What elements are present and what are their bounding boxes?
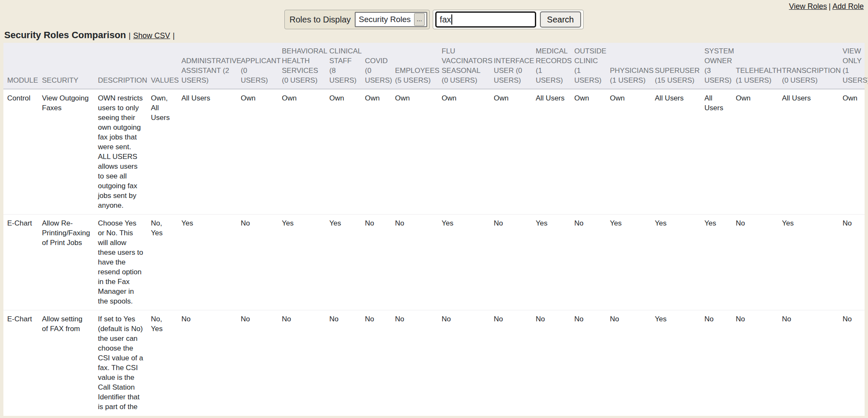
table-row: Control View Outgoing Faxes OWN restrict…	[3, 89, 865, 215]
cell-role-value: No	[278, 310, 326, 416]
table-row: E-Chart Allow Re-Printing/Faxing of Prin…	[3, 215, 865, 310]
table-header-row: MODULE SECURITY DESCRIPTION VALUES ADMIN…	[3, 43, 865, 89]
table-row: E-Chart Allow setting of FAX from If set…	[3, 310, 865, 416]
cell-role-value: Own	[606, 89, 651, 215]
cell-role-value: No	[361, 215, 391, 310]
col-header-flu-vaccinators-seasonal: FLU VACCINATORS SEASONAL (0 USERS)	[438, 43, 490, 89]
search-group: fax Search	[433, 10, 584, 29]
cell-role-value: No	[570, 215, 606, 310]
col-header-telehealth: TELEHEALTH (1 USERS)	[732, 43, 778, 89]
cell-role-value: Own	[490, 89, 532, 215]
cell-security: View Outgoing Faxes	[38, 89, 94, 215]
cell-role-value: No	[438, 310, 490, 416]
cell-role-value: Own	[361, 89, 391, 215]
cell-role-value: No	[839, 215, 865, 310]
cell-role-value: Yes	[651, 310, 701, 416]
roles-comparison-table-container: MODULE SECURITY DESCRIPTION VALUES ADMIN…	[3, 43, 865, 416]
cell-role-value: No	[237, 310, 278, 416]
cell-values: No, Yes	[147, 215, 178, 310]
cell-role-value: No	[490, 310, 532, 416]
col-header-superuser: SUPERUSER (15 USERS)	[651, 43, 701, 89]
cell-role-value: Own	[326, 89, 361, 215]
cell-role-value: Own	[570, 89, 606, 215]
col-header-covid: COVID (0 USERS)	[361, 43, 391, 89]
roles-picker-button[interactable]: ...	[414, 13, 425, 26]
col-header-behavioral-health-services: BEHAVIORAL HEALTH SERVICES (0 USERS)	[278, 43, 326, 89]
col-header-clinical-staff: CLINICAL STAFF (8 USERS)	[326, 43, 361, 89]
cell-role-value: Own	[237, 89, 278, 215]
link-separator: |	[829, 2, 831, 11]
cell-role-value: All Users	[651, 89, 701, 215]
cell-role-value: No	[391, 310, 438, 416]
page-title-row: Security Roles Comparison | Show CSV |	[4, 30, 868, 41]
col-header-outside-clinic: OUTSIDE CLINIC (1 USERS)	[570, 43, 606, 89]
col-header-module: MODULE	[3, 43, 38, 89]
roles-to-display-group: Roles to Display Security Roles ...	[284, 10, 430, 29]
cell-role-value: No	[732, 215, 778, 310]
add-role-link[interactable]: Add Role	[832, 2, 864, 11]
cell-role-value: No	[237, 215, 278, 310]
cell-description: OWN restricts users to only seeing their…	[94, 89, 147, 215]
col-header-physicians: PHYSICIANS (1 USERS)	[606, 43, 651, 89]
top-right-links: View Roles|Add Role	[789, 2, 864, 11]
role-search-input-value: fax	[440, 15, 451, 25]
cell-role-value: No	[326, 310, 361, 416]
roles-comparison-table: MODULE SECURITY DESCRIPTION VALUES ADMIN…	[3, 43, 865, 415]
cell-role-value: All Users	[778, 89, 839, 215]
col-header-security: SECURITY	[38, 43, 94, 89]
cell-role-value: Own	[839, 89, 865, 215]
cell-description: Choose Yes or No. This will allow these …	[94, 215, 147, 310]
cell-module: E-Chart	[3, 310, 38, 416]
cell-role-value: Yes	[606, 215, 651, 310]
cell-role-value: No	[701, 310, 732, 416]
roles-select-value: Security Roles	[359, 15, 411, 24]
col-header-description: DESCRIPTION	[94, 43, 147, 89]
cell-role-value: Yes	[532, 215, 570, 310]
heading-separator: |	[128, 31, 131, 40]
cell-role-value: No	[570, 310, 606, 416]
cell-role-value: All Users	[178, 89, 237, 215]
cell-values: No, Yes	[147, 310, 178, 416]
cell-module: Control	[3, 89, 38, 215]
text-cursor	[451, 14, 452, 25]
roles-to-display-label: Roles to Display	[287, 15, 355, 25]
roles-select[interactable]: Security Roles ...	[355, 12, 427, 27]
cell-role-value: No	[732, 310, 778, 416]
col-header-medical-records: MEDICAL RECORDS (1 USERS)	[532, 43, 570, 89]
cell-role-value: Yes	[278, 215, 326, 310]
cell-security: Allow setting of FAX from	[38, 310, 94, 416]
cell-role-value: No	[532, 310, 570, 416]
cell-module: E-Chart	[3, 215, 38, 310]
view-roles-link[interactable]: View Roles	[789, 2, 827, 11]
cell-role-value: Yes	[778, 215, 839, 310]
cell-role-value: No	[178, 310, 237, 416]
cell-role-value: Yes	[438, 215, 490, 310]
col-header-interface-user: INTERFACE USER (0 USERS)	[490, 43, 532, 89]
roles-control-bar: Roles to Display Security Roles ... fax …	[0, 0, 868, 29]
cell-role-value: All Users	[532, 89, 570, 215]
cell-role-value: No	[391, 215, 438, 310]
cell-description: If set to Yes (default is No) the user c…	[94, 310, 147, 416]
cell-role-value: Own	[438, 89, 490, 215]
cell-role-value: No	[778, 310, 839, 416]
col-header-applicant: APPLICANT (0 USERS)	[237, 43, 278, 89]
col-header-values: VALUES	[147, 43, 178, 89]
cell-role-value: Own	[391, 89, 438, 215]
cell-role-value: Yes	[178, 215, 237, 310]
show-csv-link[interactable]: Show CSV	[133, 31, 170, 40]
cell-role-value: All Users	[701, 89, 732, 215]
col-header-administrative-assistant: ADMINISTRATIVE ASSISTANT (2 USERS)	[178, 43, 237, 89]
col-header-transcription: TRANSCRIPTION (0 USERS)	[778, 43, 839, 89]
cell-role-value: Yes	[326, 215, 361, 310]
cell-role-value: Yes	[651, 215, 701, 310]
cell-role-value: No	[490, 215, 532, 310]
search-button[interactable]: Search	[540, 11, 581, 28]
cell-role-value: Own	[278, 89, 326, 215]
cell-role-value: No	[606, 310, 651, 416]
cell-security: Allow Re-Printing/Faxing of Print Jobs	[38, 215, 94, 310]
page-title: Security Roles Comparison	[4, 30, 126, 40]
role-search-input[interactable]: fax	[435, 11, 536, 28]
col-header-employees: EMPLOYEES (5 USERS)	[391, 43, 438, 89]
cell-role-value: No	[839, 310, 865, 416]
cell-role-value: No	[361, 310, 391, 416]
